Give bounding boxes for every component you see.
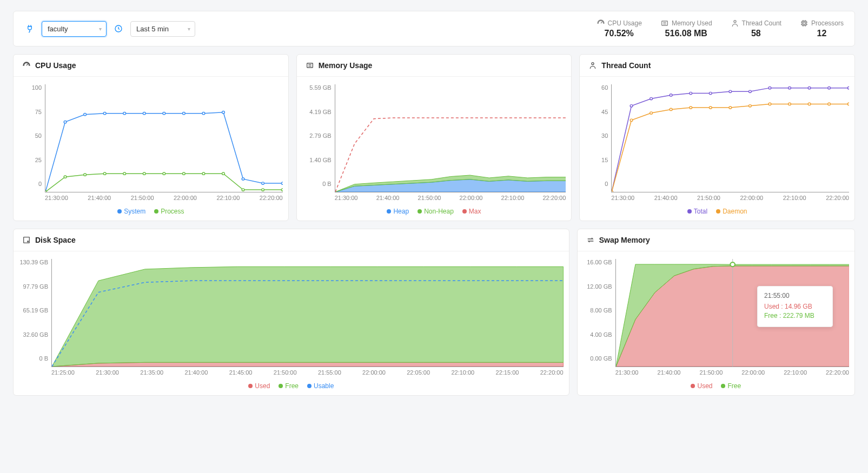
svg-point-46 xyxy=(612,191,613,192)
svg-point-12 xyxy=(182,112,185,115)
svg-point-48 xyxy=(650,112,653,114)
svg-point-57 xyxy=(828,103,831,105)
svg-point-11 xyxy=(163,112,165,115)
card-swap: Swap Memory 16.00 GB12.00 GB8.00 GB4.00 … xyxy=(577,229,855,396)
legend-item[interactable]: Max xyxy=(462,208,481,215)
svg-point-10 xyxy=(143,112,145,115)
card-title: Memory Usage xyxy=(319,61,373,70)
svg-point-20 xyxy=(84,174,87,176)
metric-processors: Processors 12 xyxy=(800,19,844,38)
thread-chart[interactable]: 604530150 21:30:0021:40:0021:50:0022:00:… xyxy=(585,84,849,201)
plug-icon[interactable] xyxy=(24,23,35,34)
svg-point-30 xyxy=(281,189,282,191)
svg-point-2 xyxy=(734,21,736,23)
svg-point-17 xyxy=(281,182,282,184)
legend-item[interactable]: Used xyxy=(691,382,712,390)
svg-point-25 xyxy=(182,172,185,175)
toolbar-left: faculty ▾ Last 5 min ▾ xyxy=(24,21,195,37)
card-thread: Thread Count 604530150 21:30:0021:40:002… xyxy=(579,54,855,221)
svg-point-50 xyxy=(690,106,692,109)
card-memory: Memory Usage 5.59 GB4.19 GB2.79 GB1.40 G… xyxy=(296,54,572,221)
swap-chart[interactable]: 16.00 GB12.00 GB8.00 GB4.00 GB0.00 GB 21… xyxy=(583,259,849,376)
svg-point-41 xyxy=(768,86,771,89)
toolbar-metrics: CPU Usage 70.52% Memory Used 516.08 MB T… xyxy=(597,19,844,38)
chevron-down-icon: ▾ xyxy=(99,26,102,32)
svg-point-15 xyxy=(242,178,244,180)
svg-point-49 xyxy=(670,108,673,110)
svg-point-45 xyxy=(848,86,849,89)
legend-item[interactable]: Daemon xyxy=(716,208,747,215)
svg-point-22 xyxy=(123,172,126,175)
legend-item[interactable]: Total xyxy=(687,208,707,215)
svg-point-60 xyxy=(28,241,29,242)
svg-point-7 xyxy=(84,114,87,116)
tooltip-free: Free : 222.79 MB xyxy=(764,312,826,319)
svg-point-13 xyxy=(202,112,205,115)
clock-icon[interactable] xyxy=(113,23,124,34)
legend-item[interactable]: Non-Heap xyxy=(418,208,454,215)
svg-point-21 xyxy=(103,172,106,175)
svg-point-18 xyxy=(45,191,47,192)
metric-memory: Memory Used 516.08 MB xyxy=(660,19,712,38)
svg-point-62 xyxy=(730,262,735,267)
card-disk: Disk Space 130.39 GB97.79 GB65.19 GB32.6… xyxy=(13,229,569,396)
svg-point-38 xyxy=(710,92,712,94)
chevron-down-icon: ▾ xyxy=(188,26,190,32)
top-toolbar: faculty ▾ Last 5 min ▾ CPU Usage 70.52% … xyxy=(13,11,855,46)
legend-item[interactable]: System xyxy=(117,208,145,215)
svg-point-39 xyxy=(729,90,732,92)
timerange-select[interactable]: Last 5 min ▾ xyxy=(130,21,195,37)
legend-item[interactable]: Used xyxy=(248,382,270,390)
svg-rect-31 xyxy=(307,63,313,68)
svg-point-37 xyxy=(690,92,692,94)
svg-point-55 xyxy=(789,103,791,105)
card-title: Disk Space xyxy=(35,236,76,244)
svg-point-16 xyxy=(262,182,264,184)
legend-item[interactable]: Usable xyxy=(307,382,334,390)
svg-point-53 xyxy=(749,105,752,107)
svg-point-19 xyxy=(64,176,67,178)
svg-point-9 xyxy=(123,112,126,115)
memory-icon xyxy=(306,61,314,70)
thread-icon xyxy=(731,19,739,28)
svg-point-44 xyxy=(828,86,831,89)
metric-cpu-value: 70.52% xyxy=(597,29,642,38)
svg-point-23 xyxy=(143,172,145,175)
service-select-value: faculty xyxy=(48,25,68,33)
svg-rect-4 xyxy=(803,22,805,24)
svg-point-8 xyxy=(103,112,106,115)
legend-item[interactable]: Free xyxy=(721,382,741,390)
svg-point-51 xyxy=(710,106,712,109)
swap-icon xyxy=(586,236,595,244)
svg-point-52 xyxy=(729,106,732,109)
card-title: CPU Usage xyxy=(35,61,76,70)
legend-item[interactable]: Free xyxy=(279,382,299,390)
metric-thread: Thread Count 58 xyxy=(731,19,781,38)
card-title: Thread Count xyxy=(601,61,651,70)
svg-point-29 xyxy=(262,189,264,191)
svg-point-42 xyxy=(789,86,791,89)
svg-rect-3 xyxy=(802,21,806,25)
timerange-value: Last 5 min xyxy=(136,25,169,33)
metric-thread-value: 58 xyxy=(731,29,781,38)
svg-rect-1 xyxy=(662,21,668,25)
service-select[interactable]: faculty ▾ xyxy=(42,21,107,37)
svg-point-26 xyxy=(202,172,205,175)
memory-chart[interactable]: 5.59 GB4.19 GB2.79 GB1.40 GB0 B 21:30:00… xyxy=(302,84,566,201)
svg-point-58 xyxy=(848,103,849,105)
tooltip-used: Used : 14.96 GB xyxy=(764,303,826,310)
cpu-chart[interactable]: 1007550250 21:30:0021:40:0021:50:0022:00… xyxy=(19,84,283,201)
svg-point-54 xyxy=(768,103,771,105)
tooltip-time: 21:55:00 xyxy=(764,292,826,299)
cpu-icon xyxy=(800,19,809,28)
disk-chart[interactable]: 130.39 GB97.79 GB65.19 GB32.60 GB0 B 21:… xyxy=(19,259,564,376)
metric-cpu: CPU Usage 70.52% xyxy=(597,19,642,38)
memory-icon xyxy=(660,19,669,28)
svg-point-43 xyxy=(808,86,811,89)
legend-item[interactable]: Process xyxy=(154,208,184,215)
svg-point-6 xyxy=(64,121,67,123)
legend-item[interactable]: Heap xyxy=(387,208,409,215)
disk-icon xyxy=(22,236,31,244)
card-title: Swap Memory xyxy=(599,236,650,244)
metric-memory-value: 516.08 MB xyxy=(660,29,712,38)
